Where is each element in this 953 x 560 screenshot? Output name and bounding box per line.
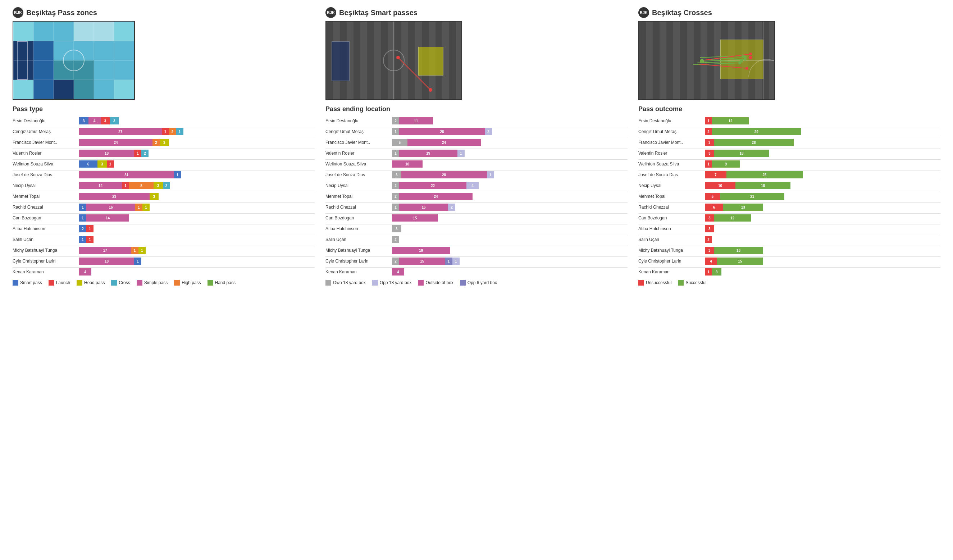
bar-segment-unsuccessful: 3 xyxy=(705,247,714,254)
bar-group: 415 xyxy=(705,258,763,265)
smart-pitch xyxy=(326,21,462,100)
bar-group: 4 xyxy=(79,268,92,276)
bar-segment-high: 1 xyxy=(135,203,143,211)
player-row: Necip Uysal141832 xyxy=(12,181,315,190)
section-title: BJKBeşiktaş Smart passes xyxy=(326,7,627,18)
zones-pitch xyxy=(12,21,135,100)
bar-segment-launch: 1 xyxy=(86,225,93,232)
player-row: Michy Batshuayi Tunga19 xyxy=(326,246,627,254)
bar-group: 318 xyxy=(705,150,769,157)
bar-segment-outside: 24 xyxy=(407,139,481,146)
player-name: Cengiz Umut Meraş xyxy=(12,129,79,134)
bar-segment-smart: 1 xyxy=(134,258,141,265)
title-text: Beşiktaş Smart passes xyxy=(339,9,418,17)
bar-segment-simple: 18 xyxy=(79,258,134,265)
player-row: Josef de Souza Dias3281 xyxy=(326,171,627,179)
crosses-pitch xyxy=(638,21,775,100)
player-name: Rachid Ghezzal xyxy=(638,205,705,210)
bar-segment-cross: 2 xyxy=(163,182,170,189)
player-row: Kenan Karaman4 xyxy=(326,268,627,276)
player-row: Can Bozdogan114 xyxy=(12,214,315,222)
bar-group: 233 xyxy=(79,193,158,200)
bar-segment-simple: 31 xyxy=(79,171,174,178)
player-name: Cyle Christopher Larin xyxy=(638,259,705,264)
player-name: Kenan Karaman xyxy=(638,269,705,275)
player-row: Francisco Javier Mont..2423 xyxy=(12,138,315,147)
bar-segment-unsuccessful: 7 xyxy=(705,171,726,178)
bar-group: 181 xyxy=(79,258,141,265)
legend-item: Opp 18 yard box xyxy=(372,280,412,285)
bar-group: 211 xyxy=(392,117,433,124)
bar-group: 311 xyxy=(79,171,181,178)
bar-segment-successful: 26 xyxy=(714,139,794,146)
player-row: Mehmet Topal233 xyxy=(12,192,315,201)
bar-segment-opp18: 1 xyxy=(487,171,494,178)
player-name: Michy Batshuayi Tunga xyxy=(12,248,79,253)
bar-segment-smart: 1 xyxy=(174,171,181,178)
legend-item: Simple pass xyxy=(137,280,168,285)
section-title: BJKBeşiktaş Pass zones xyxy=(12,7,315,18)
legend-item: Launch xyxy=(48,280,70,285)
player-name: Josef de Souza Dias xyxy=(12,172,79,177)
bar-segment-smart: 1 xyxy=(79,203,86,211)
bar-segment-high: 1 xyxy=(131,247,138,254)
bar-segment-head: 1 xyxy=(143,203,150,211)
bar-group: 13 xyxy=(705,268,722,276)
bar-segment-unsuccessful: 10 xyxy=(705,182,736,189)
player-row: Cengiz Umut Meraş229 xyxy=(638,127,941,136)
player-name: Francisco Javier Mont.. xyxy=(12,140,79,145)
bar-segment-successful: 18 xyxy=(736,182,790,189)
player-name: Salih Uçan xyxy=(326,237,392,242)
legend-label: High pass xyxy=(182,280,201,285)
bar-segment-outside: 28 xyxy=(399,128,485,135)
legend-color xyxy=(678,280,684,285)
player-row: Rachid Ghezzal613 xyxy=(638,203,941,211)
bar-segment-simple: 14 xyxy=(86,214,129,222)
subsection-title: Pass outcome xyxy=(638,105,941,113)
bar-segment-successful: 21 xyxy=(720,193,785,200)
bar-segment-successful: 9 xyxy=(712,160,740,168)
player-name: Welinton Souza Silva xyxy=(326,161,392,166)
legend: Smart passLaunchHead passCrossSimple pas… xyxy=(12,280,315,285)
bar-segment-head: 1 xyxy=(138,247,146,254)
player-name: Francisco Javier Mont.. xyxy=(326,140,392,145)
bar-group: 229 xyxy=(705,128,801,135)
player-row: Valentin Rosier1191 xyxy=(326,149,627,158)
club-icon: BJK xyxy=(326,7,336,18)
player-row: Rachid Ghezzal11611 xyxy=(12,203,315,211)
player-name: Cengiz Umut Meraş xyxy=(638,129,705,134)
player-row: Mehmet Topal224 xyxy=(326,192,627,201)
player-name: Cengiz Umut Meraş xyxy=(326,129,392,134)
bar-group: 725 xyxy=(705,171,803,178)
bar-segment-launch: 3 xyxy=(101,117,110,124)
legend-item: Outside of box xyxy=(418,280,453,285)
player-row: Cengiz Umut Meraş27121 xyxy=(12,127,315,136)
player-name: Can Bozdogan xyxy=(638,216,705,220)
bar-segment-head: 3 xyxy=(98,160,107,168)
legend-item: Successful xyxy=(678,280,706,285)
section-pass-zones: BJKBeşiktaş Pass zonesPass typeErsin Des… xyxy=(7,7,320,285)
player-row: Michy Batshuayi Tunga316 xyxy=(638,246,941,254)
section-title: BJKBeşiktaş Crosses xyxy=(638,7,941,18)
bar-group: 224 xyxy=(392,193,473,200)
player-row: Rachid Ghezzal1162 xyxy=(326,203,627,211)
player-name: Francisco Javier Mont.. xyxy=(638,140,705,145)
bar-segment-simple: 23 xyxy=(79,193,150,200)
legend-label: Head pass xyxy=(84,280,105,285)
title-text: Beşiktaş Pass zones xyxy=(26,9,97,17)
bar-segment-successful: 3 xyxy=(712,268,722,276)
bar-segment-successful: 16 xyxy=(714,247,763,254)
bar-segment-successful: 13 xyxy=(723,203,763,211)
player-row: Kenan Karaman4 xyxy=(12,268,315,276)
player-row: Cyle Christopher Larin181 xyxy=(12,257,315,265)
bar-group: 1162 xyxy=(392,203,455,211)
player-name: Josef de Souza Dias xyxy=(638,172,705,177)
bar-segment-launch: 1 xyxy=(134,150,141,157)
bar-segment-simple: 18 xyxy=(79,150,134,157)
bar-segment-successful: 12 xyxy=(712,117,749,124)
legend-label: Hand pass xyxy=(215,280,236,285)
player-name: Valentin Rosier xyxy=(638,151,705,156)
bar-group: 3 xyxy=(392,225,401,232)
bar-segment-successful: 29 xyxy=(712,128,801,135)
bar-segment-unsuccessful: 1 xyxy=(705,160,712,168)
